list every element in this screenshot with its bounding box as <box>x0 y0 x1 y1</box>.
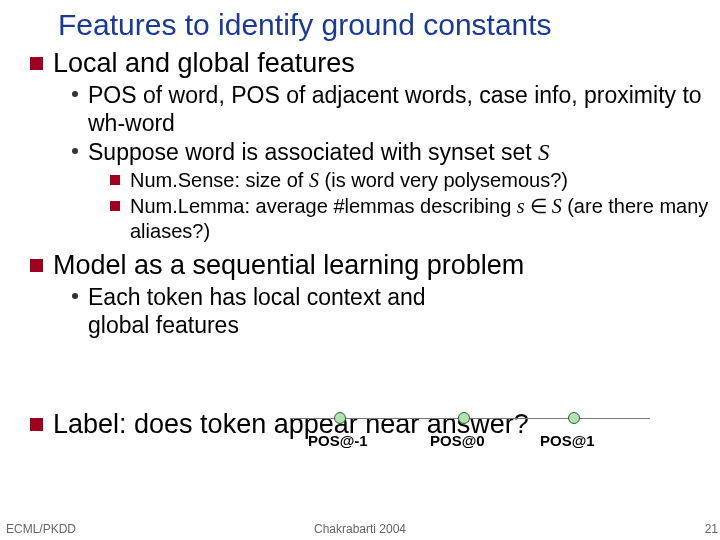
bullet-pos: POS of word, POS of adjacent words, case… <box>0 81 720 137</box>
dot-bullet-icon <box>72 91 78 97</box>
bullet-local-global: Local and global features <box>0 48 720 79</box>
pos-diagram: POS@-1 POS@0 POS@1 <box>290 410 660 460</box>
footer-right: 21 <box>705 522 718 536</box>
pos-label-0: POS@0 <box>430 432 485 449</box>
square-bullet-icon <box>30 57 43 70</box>
text-numsense: Num.Sense: size of S (is word very polys… <box>130 168 568 193</box>
text-numlemma: Num.Lemma: average #lemmas describing s … <box>130 194 720 244</box>
square-bullet-icon <box>110 201 120 211</box>
bullet-numsense: Num.Sense: size of S (is word very polys… <box>0 168 720 193</box>
footer-center: Chakrabarti 2004 <box>314 522 406 536</box>
dot-bullet-icon <box>72 148 78 154</box>
pos-label-minus1: POS@-1 <box>308 432 368 449</box>
bullet-numlemma: Num.Lemma: average #lemmas describing s … <box>0 194 720 244</box>
slide-title: Features to identify ground constants <box>0 0 720 48</box>
bullet-each-token: Each token has local context and global … <box>0 283 720 339</box>
square-bullet-icon <box>30 259 43 272</box>
pos-label-1: POS@1 <box>540 432 595 449</box>
diagram-node <box>334 412 346 424</box>
diagram-node <box>568 412 580 424</box>
text-model: Model as a sequential learning problem <box>53 250 524 281</box>
text-local-global: Local and global features <box>53 48 355 79</box>
text-suppose: Suppose word is associated with synset s… <box>88 138 550 167</box>
footer-left: ECML/PKDD <box>6 522 76 536</box>
square-bullet-icon <box>110 175 120 185</box>
bullet-suppose: Suppose word is associated with synset s… <box>0 138 720 167</box>
diagram-node <box>458 412 470 424</box>
text-pos: POS of word, POS of adjacent words, case… <box>88 81 720 137</box>
square-bullet-icon <box>30 418 43 431</box>
bullet-model: Model as a sequential learning problem <box>0 250 720 281</box>
dot-bullet-icon <box>72 293 78 299</box>
text-each-token: Each token has local context and global … <box>88 283 448 339</box>
